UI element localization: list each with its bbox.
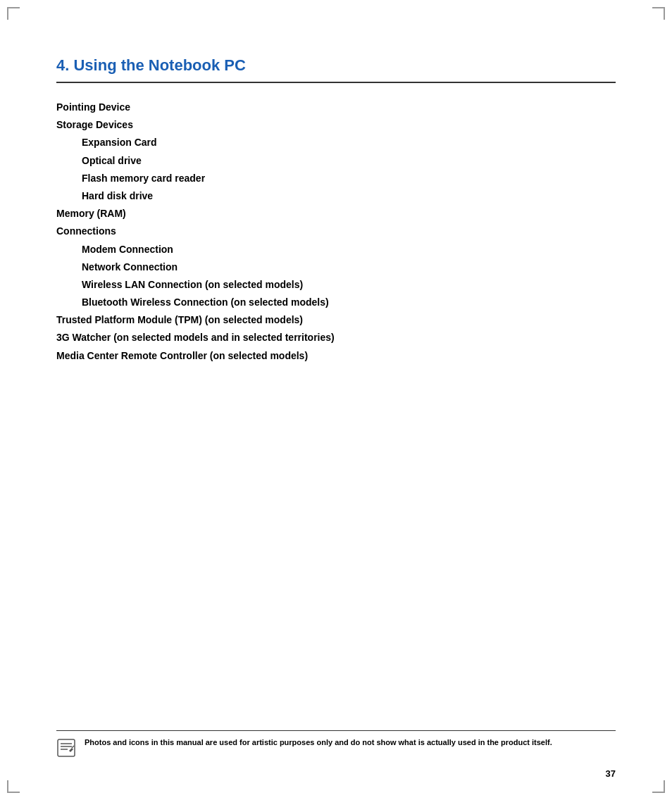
toc-item-network-connection: Network Connection bbox=[56, 258, 616, 276]
toc-item-flash-memory: Flash memory card reader bbox=[56, 170, 616, 187]
corner-mark-top-left bbox=[7, 7, 20, 20]
corner-mark-top-right bbox=[652, 7, 665, 20]
toc-item-modem-connection: Modem Connection bbox=[56, 241, 616, 258]
footer-note: Photos and icons in this manual are used… bbox=[56, 737, 616, 758]
toc-item-memory-ram: Memory (RAM) bbox=[56, 205, 616, 223]
toc-item-optical-drive: Optical drive bbox=[56, 152, 616, 170]
page-number: 37 bbox=[606, 768, 616, 779]
toc-list: Pointing DeviceStorage DevicesExpansion … bbox=[56, 99, 616, 365]
chapter-title: 4. Using the Notebook PC bbox=[56, 56, 616, 75]
footer-note-text: Photos and icons in this manual are used… bbox=[85, 737, 552, 749]
page: 4. Using the Notebook PC Pointing Device… bbox=[0, 0, 672, 800]
footer-divider bbox=[56, 730, 616, 731]
toc-item-storage-devices: Storage Devices bbox=[56, 116, 616, 134]
title-divider bbox=[56, 82, 616, 83]
main-content: 4. Using the Notebook PC Pointing Device… bbox=[56, 56, 616, 365]
toc-item-expansion-card: Expansion Card bbox=[56, 134, 616, 151]
toc-item-3g-watcher: 3G Watcher (on selected models and in se… bbox=[56, 329, 616, 346]
corner-mark-bottom-right bbox=[652, 780, 665, 793]
toc-item-tpm: Trusted Platform Module (TPM) (on select… bbox=[56, 311, 616, 329]
toc-item-hard-disk: Hard disk drive bbox=[56, 187, 616, 205]
toc-item-connections: Connections bbox=[56, 223, 616, 240]
toc-item-bluetooth: Bluetooth Wireless Connection (on select… bbox=[56, 294, 616, 311]
toc-item-media-center: Media Center Remote Controller (on selec… bbox=[56, 347, 616, 365]
toc-item-pointing-device: Pointing Device bbox=[56, 99, 616, 116]
corner-mark-bottom-left bbox=[7, 780, 20, 793]
note-icon bbox=[56, 738, 76, 758]
toc-item-wireless-lan: Wireless LAN Connection (on selected mod… bbox=[56, 276, 616, 294]
footer-area: Photos and icons in this manual are used… bbox=[56, 730, 616, 758]
svg-line-4 bbox=[72, 746, 74, 748]
